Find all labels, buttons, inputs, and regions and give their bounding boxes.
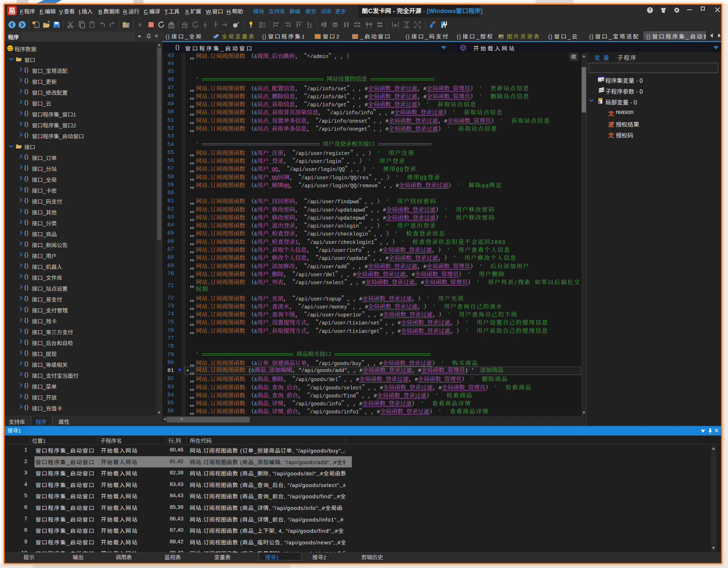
svg-text:?: ? xyxy=(648,8,651,13)
svg-text:10: 10 xyxy=(602,78,604,81)
svg-text:e: e xyxy=(599,78,601,82)
